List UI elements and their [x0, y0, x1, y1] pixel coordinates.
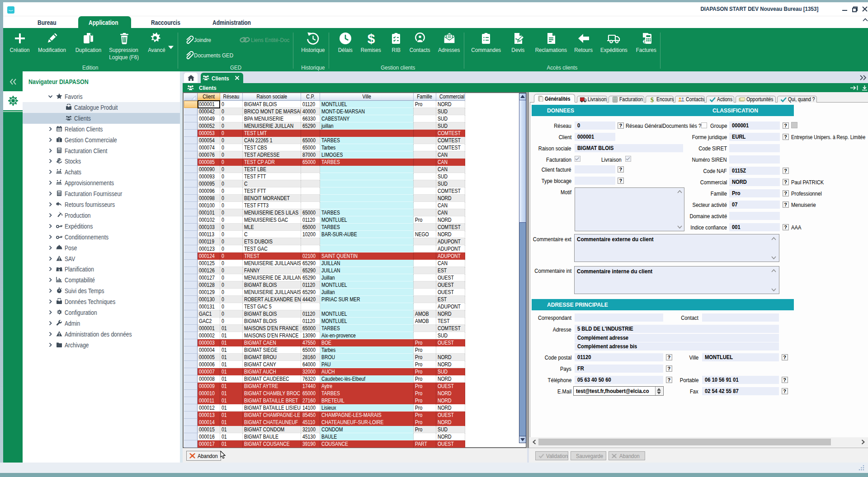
svg-text:$: $: [651, 97, 654, 103]
svg-text:€: €: [643, 39, 646, 44]
svg-text:$: $: [367, 32, 375, 45]
